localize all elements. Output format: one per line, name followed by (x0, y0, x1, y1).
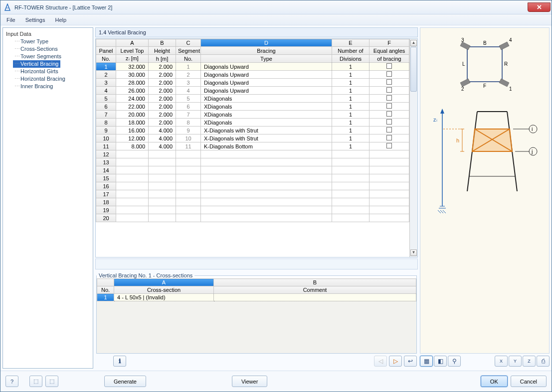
grid-row[interactable]: 328.0002.0003Diagonals Upward1 (96, 79, 409, 87)
grid-row-empty[interactable]: 18 (96, 198, 409, 206)
svg-text:R: R (504, 61, 508, 67)
menu-settings[interactable]: Settings (21, 16, 49, 24)
equal-angles-checkbox[interactable] (386, 63, 392, 69)
svg-text:L: L (462, 61, 465, 67)
svg-text:4: 4 (509, 37, 512, 43)
grid-row-empty[interactable]: 12 (96, 150, 409, 158)
elevation-diagram: zᵢ (427, 102, 542, 226)
svg-text:j: j (531, 148, 533, 154)
titlebar: RF-TOWER Structure - [Lattice Tower 2] ✕ (0, 0, 552, 14)
import-button[interactable]: ⬚ (29, 376, 42, 387)
viewer-button[interactable]: Viewer (232, 376, 267, 387)
nav-item-vertical-bracing[interactable]: Vertical Bracing (13, 60, 60, 68)
grid-scrollbar[interactable]: ▲ ▼ (409, 39, 417, 257)
svg-text:i: i (532, 126, 533, 132)
print-button[interactable]: ⎙ (537, 356, 550, 367)
equal-angles-checkbox[interactable] (386, 71, 392, 77)
svg-point-32 (529, 125, 537, 133)
equal-angles-checkbox[interactable] (386, 127, 392, 132)
right-toolbar: ▦ ◧ ⚲ X Y Z ⎙ (420, 354, 550, 369)
nav-item-horizontal-bracing[interactable]: Horizontal Bracing (13, 75, 92, 83)
grid-row[interactable]: 720.0002.0007XDiagonals1 (96, 111, 409, 119)
svg-marker-4 (460, 79, 470, 87)
grid-footer-strip (95, 259, 418, 269)
refresh-button[interactable]: ↩ (404, 356, 417, 367)
scroll-thumb[interactable] (410, 47, 417, 92)
right-panel: 3 4 2 1 B L R F zᵢ (420, 27, 550, 369)
equal-angles-checkbox[interactable] (386, 103, 392, 109)
equal-angles-checkbox[interactable] (386, 95, 392, 101)
subgrid-row[interactable]: 14 - L 50x5 | (Invalid) (97, 294, 416, 301)
nav-item-tower-type[interactable]: Tower Type (13, 38, 92, 45)
window-title: RF-TOWER Structure - [Lattice Tower 2] (14, 4, 528, 10)
axis-z-button[interactable]: Z (523, 356, 536, 367)
svg-text:1: 1 (509, 86, 512, 92)
next-button[interactable]: ▷ (389, 356, 402, 367)
equal-angles-checkbox[interactable] (386, 111, 392, 117)
grid-row[interactable]: 524.0002.0005XDiagonals1 (96, 95, 409, 103)
equal-angles-checkbox[interactable] (386, 119, 392, 125)
subgrid-legend: Vertical Bracing No. 1 - Cross-sections (97, 272, 194, 278)
main-grid[interactable]: A B C D E F Panel Level Top (96, 39, 409, 222)
nav-item-horizontal-girts[interactable]: Horizontal Girts (13, 68, 92, 75)
menubar: File Settings Help (0, 14, 552, 25)
info-button[interactable]: ℹ (113, 356, 126, 367)
scroll-down-icon[interactable]: ▼ (410, 250, 417, 256)
grid-row-empty[interactable]: 15 (96, 174, 409, 182)
equal-angles-checkbox[interactable] (386, 135, 392, 140)
menu-file[interactable]: File (2, 16, 19, 24)
prev-button[interactable]: ◁ (374, 356, 387, 367)
svg-text:B: B (483, 40, 487, 46)
view-3d-button[interactable]: ▦ (420, 356, 433, 367)
svg-text:2: 2 (461, 86, 464, 92)
grid-row-empty[interactable]: 13 (96, 158, 409, 166)
svg-marker-15 (440, 109, 444, 114)
center-column: 1.4 Vertical Bracing A (95, 27, 418, 369)
svg-marker-3 (499, 42, 509, 50)
grid-row-empty[interactable]: 16 (96, 182, 409, 190)
grid-row[interactable]: 230.0002.0002Diagonals Upward1 (96, 71, 409, 79)
sub-grid[interactable]: A B No. Cross-section Comment 14 - L 50x… (97, 278, 416, 301)
grid-row-empty[interactable]: 19 (96, 206, 409, 214)
ok-button[interactable]: OK (481, 376, 508, 387)
equal-angles-checkbox[interactable] (386, 87, 392, 93)
equal-angles-checkbox[interactable] (386, 79, 392, 85)
export-button[interactable]: ⬚ (45, 376, 58, 387)
axis-x-button[interactable]: X (495, 356, 508, 367)
main-grid-box: A B C D E F Panel Level Top (95, 38, 418, 258)
svg-marker-5 (499, 79, 509, 87)
grid-row-empty[interactable]: 17 (96, 190, 409, 198)
grid-row[interactable]: 132.0002.0001Diagonals Upward1 (96, 63, 409, 71)
section-heading: 1.4 Vertical Bracing (95, 27, 418, 37)
nav-item-inner-bracing[interactable]: Inner Bracing (13, 83, 92, 90)
grid-row[interactable]: 118.0004.00011K-Diagonals Bottom1 (96, 142, 409, 150)
grid-row-empty[interactable]: 14 (96, 166, 409, 174)
svg-rect-1 (467, 47, 502, 82)
subgrid-fieldset: Vertical Bracing No. 1 - Cross-sections … (96, 272, 417, 354)
scroll-up-icon[interactable]: ▲ (410, 40, 417, 46)
nav-item-tower-segments[interactable]: Tower Segments (13, 53, 92, 60)
app-icon (3, 3, 11, 11)
equal-angles-checkbox[interactable] (386, 143, 392, 148)
svg-text:zᵢ: zᵢ (433, 117, 437, 123)
menu-help[interactable]: Help (51, 16, 70, 24)
bottom-bar: ? ⬚ ⬚ Generate Viewer OK Cancel (0, 371, 552, 392)
grid-row-empty[interactable]: 20 (96, 214, 409, 222)
svg-text:3: 3 (461, 37, 464, 43)
view-fit-button[interactable]: ⚲ (448, 356, 461, 367)
help-button[interactable]: ? (5, 376, 18, 387)
close-button[interactable]: ✕ (528, 2, 551, 12)
generate-button[interactable]: Generate (104, 376, 146, 387)
grid-row[interactable]: 916.0004.0009X-Diagonals with Strut1 (96, 127, 409, 134)
subgrid-toolbar: ℹ ◁ ▷ ↩ (95, 354, 418, 369)
grid-row[interactable]: 818.0002.0008XDiagonals1 (96, 119, 409, 127)
svg-marker-2 (460, 42, 470, 50)
grid-row[interactable]: 426.0002.0004Diagonals Upward1 (96, 87, 409, 95)
nav-item-cross-sections[interactable]: Cross-Sections (13, 45, 92, 53)
diagram-box: 3 4 2 1 B L R F zᵢ (420, 27, 550, 354)
cancel-button[interactable]: Cancel (511, 376, 547, 387)
axis-y-button[interactable]: Y (509, 356, 522, 367)
grid-row[interactable]: 622.0002.0006XDiagonals1 (96, 103, 409, 111)
grid-row[interactable]: 1012.0004.00010X-Diagonals with Strut1 (96, 134, 409, 142)
view-iso-button[interactable]: ◧ (434, 356, 447, 367)
